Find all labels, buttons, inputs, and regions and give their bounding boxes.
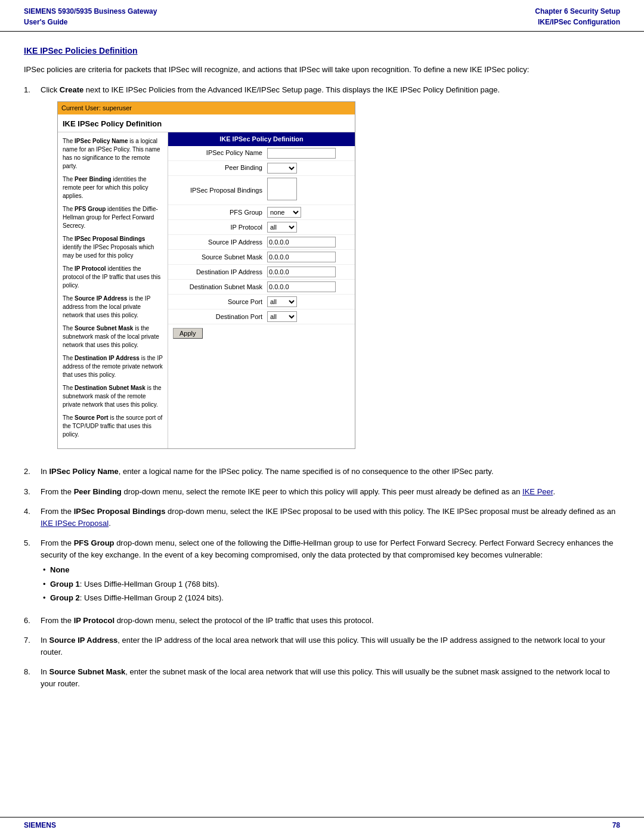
dest-port-select[interactable]: all	[267, 311, 297, 322]
ipsec-policy-name-field[interactable]	[267, 148, 336, 159]
header-right-line1: Chapter 6 Security Setup	[535, 6, 620, 17]
step-content: In Source Subnet Mask, enter the subnet …	[41, 666, 620, 689]
label-pfs-group: PFS Group	[172, 208, 267, 218]
intro-text: IPSec policies are criteria for packets …	[24, 64, 620, 76]
desc-3: The PFS Group identities the Diffie-Hell…	[63, 205, 163, 230]
list-item: 5. From the PFS Group drop-down menu, se…	[24, 537, 620, 606]
input-peer-binding[interactable]	[267, 163, 351, 174]
label-source-ip: Source IP Address	[172, 237, 267, 247]
field-dest-port: Destination Port all	[168, 309, 355, 324]
list-item: 6. From the IP Protocol drop-down menu, …	[24, 615, 620, 627]
field-dest-ip: Destination IP Address	[168, 265, 355, 280]
header-right: Chapter 6 Security Setup IKE/IPSec Confi…	[535, 6, 620, 27]
current-user-bar: Current User: superuser	[58, 102, 355, 114]
section-title: IKE IPSec Policies Definition	[24, 46, 620, 55]
header-left-line1: SIEMENS 5930/5935 Business Gateway	[24, 6, 157, 17]
step-content: In Source IP Address, enter the IP addre…	[41, 634, 620, 658]
list-item: 1. Click Create next to IKE IPSec Polici…	[24, 84, 620, 458]
field-source-ip: Source IP Address	[168, 235, 355, 250]
main-list: 1. Click Create next to IKE IPSec Polici…	[24, 84, 620, 690]
ike-ipsec-proposal-link[interactable]: IKE IPSec Proposal	[41, 519, 109, 528]
label-dest-ip: Destination IP Address	[172, 267, 267, 277]
input-source-ip[interactable]	[267, 237, 351, 247]
field-ipsec-proposal-bindings: IPSec Proposal Bindings	[168, 176, 355, 206]
step-num: 4.	[24, 506, 41, 529]
input-ip-protocol[interactable]: all tcp udp	[267, 222, 351, 233]
desc-6: The Source IP Address is the IP address …	[63, 295, 163, 320]
apply-button[interactable]: Apply	[173, 328, 203, 339]
list-item: 2. In IPSec Policy Name, enter a logical…	[24, 466, 620, 478]
desc-2: The Peer Binding identities the remote p…	[63, 175, 163, 200]
list-item: 4. From the IPSec Proposal Bindings drop…	[24, 506, 620, 529]
ip-protocol-select[interactable]: all tcp udp	[267, 222, 297, 233]
input-source-subnet[interactable]	[267, 252, 351, 262]
footer-right: 78	[612, 821, 620, 829]
input-dest-subnet[interactable]	[267, 281, 351, 292]
label-source-port: Source Port	[172, 297, 267, 307]
step-content: Click Create next to IKE IPSec Policies …	[41, 84, 620, 458]
field-source-port: Source Port all	[168, 295, 355, 309]
header-left-line2: User's Guide	[24, 17, 157, 27]
input-ipsec-proposal-bindings[interactable]	[267, 178, 351, 203]
desc-4: The IPSec Proposal Bindings identify the…	[63, 235, 163, 260]
field-source-subnet: Source Subnet Mask	[168, 250, 355, 265]
step-num: 8.	[24, 666, 41, 689]
list-item: 3. From the Peer Binding drop-down menu,…	[24, 486, 620, 498]
desc-9: The Destination Subnet Mask is the subne…	[63, 384, 163, 409]
pfs-group-select[interactable]: none group1 group2	[267, 207, 301, 218]
input-dest-port[interactable]: all	[267, 311, 351, 322]
source-ip-field[interactable]	[267, 237, 336, 247]
page-content: IKE IPSec Policies Definition IPSec poli…	[0, 32, 644, 745]
apply-row: Apply	[168, 324, 355, 343]
step-num: 2.	[24, 466, 41, 478]
step-num: 1.	[24, 84, 41, 458]
step1-text: Click Create next to IKE IPSec Policies …	[41, 85, 500, 94]
field-pfs-group: PFS Group none group1 group2	[168, 205, 355, 220]
input-ipsec-policy-name[interactable]	[267, 148, 351, 159]
form-section-header: IKE IPSec Policy Definition	[168, 132, 355, 146]
desc-5: The IP Protocol identities the protocol …	[63, 265, 163, 290]
footer-left: SIEMENS	[24, 821, 56, 829]
source-subnet-field[interactable]	[267, 252, 336, 262]
input-dest-ip[interactable]	[267, 267, 351, 277]
list-item: 7. In Source IP Address, enter the IP ad…	[24, 634, 620, 658]
desc-10: The Source Port is the source port of th…	[63, 414, 163, 439]
field-ip-protocol: IP Protocol all tcp udp	[168, 220, 355, 235]
dest-ip-field[interactable]	[267, 267, 336, 277]
source-port-select[interactable]: all	[267, 296, 297, 307]
step-content: From the Peer Binding drop-down menu, se…	[41, 486, 620, 498]
input-source-port[interactable]: all	[267, 296, 351, 307]
ike-peer-link[interactable]: IKE Peer	[522, 487, 553, 496]
bullet-none: None	[41, 564, 620, 576]
label-source-subnet: Source Subnet Mask	[172, 252, 267, 262]
step-content: In IPSec Policy Name, enter a logical na…	[41, 466, 620, 478]
step-content: From the PFS Group drop-down menu, selec…	[41, 537, 620, 606]
label-ipsec-policy-name: IPSec Policy Name	[172, 148, 267, 158]
input-pfs-group[interactable]: none group1 group2	[267, 207, 351, 218]
step-num: 3.	[24, 486, 41, 498]
panel-body: The IPSec Policy Name is a logical name …	[58, 132, 355, 448]
step-num: 5.	[24, 537, 41, 606]
pfs-bullet-list: None Group 1: Uses Diffie-Hellman Group …	[41, 564, 620, 604]
label-peer-binding: Peer Binding	[172, 163, 267, 173]
step-content: From the IPSec Proposal Bindings drop-do…	[41, 506, 620, 529]
field-peer-binding: Peer Binding	[168, 161, 355, 176]
label-dest-port: Destination Port	[172, 312, 267, 322]
bullet-group2: Group 2: Uses Diffie-Hellman Group 2 (10…	[41, 592, 620, 604]
dest-subnet-field[interactable]	[267, 281, 336, 292]
label-dest-subnet: Destination Subnet Mask	[172, 282, 267, 292]
ui-panel: Current User: superuser IKE IPSec Policy…	[57, 101, 355, 449]
page-footer: SIEMENS 78	[0, 817, 644, 833]
list-item: 8. In Source Subnet Mask, enter the subn…	[24, 666, 620, 689]
bullet-group1: Group 1: Uses Diffie-Hellman Group 1 (76…	[41, 578, 620, 590]
field-dest-subnet: Destination Subnet Mask	[168, 280, 355, 295]
step-num: 6.	[24, 615, 41, 627]
page-header: SIEMENS 5930/5935 Business Gateway User'…	[0, 0, 644, 32]
header-right-line2: IKE/IPSec Configuration	[535, 17, 620, 27]
field-ipsec-policy-name: IPSec Policy Name	[168, 146, 355, 161]
panel-title: IKE IPSec Policy Definition	[58, 114, 355, 133]
step-content: From the IP Protocol drop-down menu, sel…	[41, 615, 620, 627]
step-num: 7.	[24, 634, 41, 658]
ipsec-proposal-bindings-field[interactable]	[267, 178, 297, 200]
peer-binding-select[interactable]	[267, 163, 297, 174]
